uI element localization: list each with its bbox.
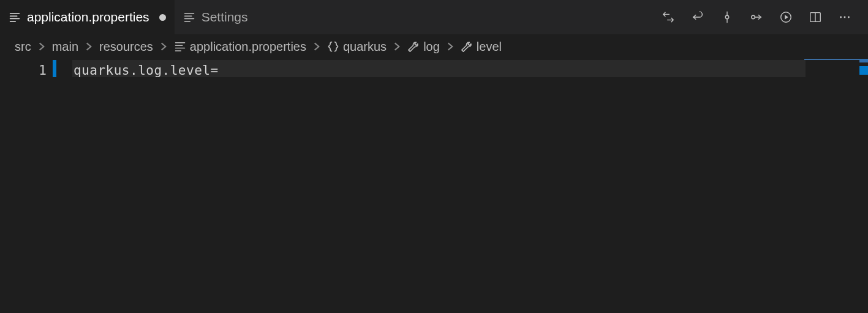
- tab-label: Settings: [202, 10, 248, 25]
- breadcrumb-label: resources: [99, 40, 153, 54]
- breadcrumb-log[interactable]: log: [407, 40, 440, 54]
- editor[interactable]: 1 quarkus.log.level=: [0, 59, 868, 313]
- chevron-right-icon: [391, 41, 402, 52]
- editor-actions: [660, 0, 868, 34]
- breadcrumb-quarkus[interactable]: quarkus: [327, 40, 387, 54]
- breadcrumb: src main resources application.propertie…: [0, 34, 868, 59]
- breadcrumb-main[interactable]: main: [52, 40, 78, 54]
- wrench-icon: [407, 40, 420, 53]
- chevron-right-icon: [445, 41, 456, 52]
- svg-point-15: [840, 17, 842, 18]
- more-actions-icon[interactable]: [836, 9, 853, 26]
- breadcrumb-label: quarkus: [343, 40, 387, 54]
- overview-cursor-marker: [859, 66, 868, 75]
- line-number-gutter: 1: [0, 59, 53, 313]
- svg-point-11: [752, 15, 755, 19]
- svg-point-8: [725, 15, 729, 19]
- breadcrumb-label: log: [423, 40, 440, 54]
- svg-point-16: [844, 17, 846, 18]
- code-area[interactable]: quarkus.log.level=: [53, 59, 859, 313]
- dirty-indicator-icon: [159, 14, 166, 21]
- commit-icon[interactable]: [719, 9, 736, 26]
- breadcrumb-label: main: [52, 40, 78, 54]
- overview-ruler[interactable]: [859, 59, 868, 313]
- breadcrumb-resources[interactable]: resources: [99, 40, 153, 54]
- braces-icon: [327, 40, 339, 53]
- run-icon[interactable]: [777, 9, 794, 26]
- properties-icon: [9, 11, 21, 23]
- breadcrumb-label: application.properties: [190, 40, 306, 54]
- line-number: 1: [0, 61, 47, 80]
- properties-icon: [174, 40, 186, 53]
- tab-application-properties[interactable]: application.properties: [0, 0, 175, 34]
- chevron-right-icon: [83, 41, 94, 52]
- chevron-right-icon: [158, 41, 169, 52]
- breadcrumb-label: level: [477, 40, 502, 54]
- chevron-right-icon: [36, 41, 47, 52]
- wrench-icon: [461, 40, 473, 53]
- properties-icon: [183, 11, 195, 23]
- breadcrumb-file[interactable]: application.properties: [174, 40, 306, 54]
- svg-point-17: [848, 17, 850, 18]
- tab-settings[interactable]: Settings: [175, 0, 257, 34]
- breadcrumb-level[interactable]: level: [461, 40, 502, 54]
- tab-bar: application.properties Settings: [0, 0, 868, 34]
- tab-label: application.properties: [27, 10, 149, 25]
- chevron-right-icon: [311, 41, 322, 52]
- overview-top-marker: [859, 59, 868, 62]
- breadcrumb-src[interactable]: src: [15, 40, 31, 54]
- revert-icon[interactable]: [689, 9, 706, 26]
- split-editor-icon[interactable]: [807, 9, 824, 26]
- tab-list: application.properties Settings: [0, 0, 257, 34]
- next-change-icon[interactable]: [748, 9, 765, 26]
- breadcrumb-label: src: [15, 40, 31, 54]
- compare-changes-icon[interactable]: [660, 9, 677, 26]
- code-line[interactable]: quarkus.log.level=: [74, 61, 859, 80]
